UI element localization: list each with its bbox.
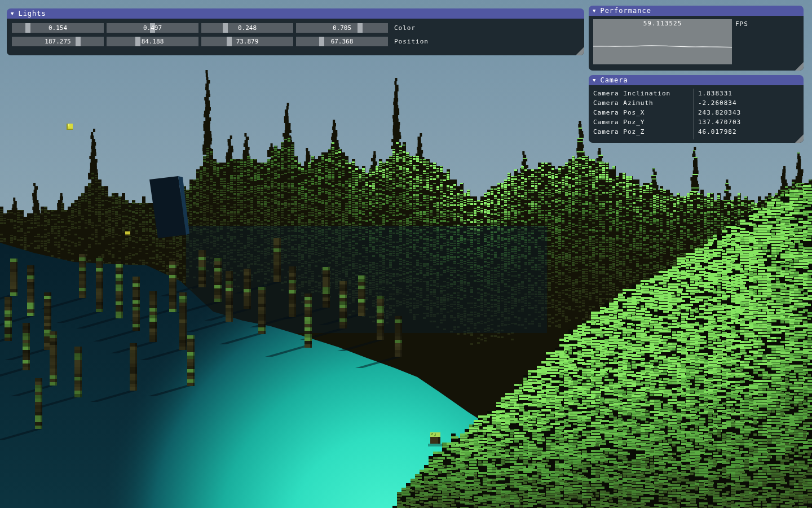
fps-graph-line (593, 46, 732, 47)
performance-panel-title: Performance (600, 7, 651, 15)
collapse-triangle-icon[interactable]: ▼ (593, 6, 596, 16)
performance-panel-titlebar[interactable]: ▼ Performance (589, 6, 804, 16)
light-color-slider-1[interactable]: 0.154 (12, 23, 104, 33)
resize-grip-icon[interactable] (576, 47, 584, 55)
fps-graph: 59.113525 (593, 19, 732, 64)
lights-panel-titlebar[interactable]: ▼ Lights (7, 8, 584, 19)
camera-azimuth-value: -2.260834 (698, 99, 737, 108)
slider-value: 187.275 (12, 37, 104, 46)
position-row-label: Position (394, 38, 429, 45)
lights-panel: ▼ Lights 0.154 0.497 0.248 0.7 (7, 8, 584, 55)
camera-inclination-value: 1.838331 (698, 89, 732, 99)
camera-azimuth-label: Camera Azimuth (593, 99, 654, 108)
light-color-slider-3[interactable]: 0.248 (201, 23, 293, 33)
slider-value: 0.705 (296, 23, 388, 33)
camera-pos-z-value: 46.017982 (698, 128, 737, 137)
fps-current-value: 59.113525 (593, 20, 732, 27)
camera-pos-x-label: Camera Pos_X (593, 108, 645, 118)
light-position-slider-2[interactable]: 84.188 (107, 37, 198, 46)
slider-value: 84.188 (107, 37, 198, 46)
collapse-triangle-icon[interactable]: ▼ (593, 75, 596, 85)
app-window: ▼ Lights 0.154 0.497 0.248 0.7 (0, 0, 812, 508)
slider-value: 0.497 (107, 23, 198, 33)
lights-panel-title: Lights (18, 10, 46, 17)
collapse-triangle-icon[interactable]: ▼ (11, 8, 14, 19)
camera-panel: ▼ Camera Camera Inclination 1.838331 Cam… (589, 75, 804, 143)
resize-grip-icon[interactable] (795, 62, 804, 71)
light-color-slider-4[interactable]: 0.705 (296, 23, 388, 33)
fps-label: FPS (735, 20, 748, 28)
lights-panel-body: 0.154 0.497 0.248 0.705 Color (7, 19, 584, 55)
camera-pos-x-value: 243.820343 (698, 108, 741, 118)
light-position-slider-3[interactable]: 73.879 (201, 37, 293, 46)
light-position-slider-4[interactable]: 67.368 (296, 37, 388, 46)
performance-panel-body: 59.113525 FPS (589, 16, 804, 71)
lights-position-row: 187.275 84.188 73.879 67.368 Position (12, 37, 429, 46)
camera-pos-z-label: Camera Poz_Z (593, 128, 645, 137)
camera-panel-title: Camera (600, 76, 628, 84)
column-divider (694, 89, 694, 139)
lights-color-row: 0.154 0.497 0.248 0.705 Color (12, 23, 416, 33)
color-row-label: Color (394, 24, 416, 32)
resize-grip-icon[interactable] (795, 134, 804, 143)
camera-pos-y-label: Camera Poz_Y (593, 118, 645, 128)
camera-inclination-label: Camera Inclination (593, 89, 670, 99)
light-position-slider-1[interactable]: 187.275 (12, 37, 104, 46)
performance-panel: ▼ Performance 59.113525 FPS (589, 6, 804, 71)
slider-value: 73.879 (201, 37, 293, 46)
slider-value: 0.248 (201, 23, 293, 33)
camera-pos-y-value: 137.470703 (698, 118, 741, 128)
camera-panel-body: Camera Inclination 1.838331 Camera Azimu… (589, 85, 804, 143)
light-color-slider-2[interactable]: 0.497 (107, 23, 198, 33)
camera-panel-titlebar[interactable]: ▼ Camera (589, 75, 804, 85)
slider-value: 67.368 (296, 37, 388, 46)
slider-value: 0.154 (12, 23, 104, 33)
